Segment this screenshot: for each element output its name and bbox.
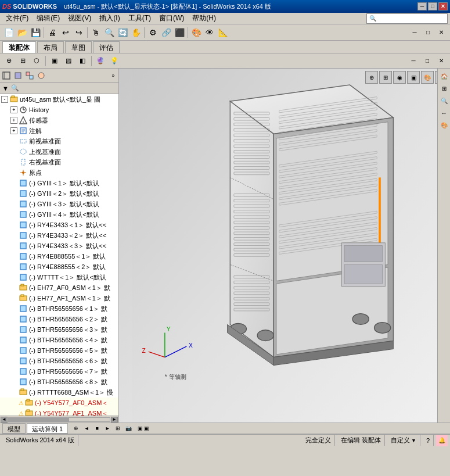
tree-origin[interactable]: 原点 [0, 167, 118, 178]
menu-file[interactable]: 文件(F) [2, 12, 32, 24]
tree-ry3[interactable]: (-) RY4E3433＜3＞ 默认<< [0, 241, 118, 251]
select-btn[interactable]: 🖱 [89, 26, 102, 39]
view1-btn[interactable]: 🎨 [190, 26, 203, 39]
scroll-left[interactable]: ◄ [1, 417, 8, 423]
vp-btn5[interactable]: 🎨 [421, 71, 434, 84]
viewport[interactable]: X Y Z * 等轴测 ⊕ ⊞ ◉ ▣ 🎨 💡 🏠 ⊞ 🔍 ↔ 🎨 [119, 69, 450, 423]
vp-btn3[interactable]: ◉ [393, 71, 406, 84]
tree-right-plane[interactable]: 右视基准面 [0, 157, 118, 167]
annot-expand[interactable]: + [10, 127, 17, 134]
min-panel-btn[interactable]: ─ [408, 26, 421, 39]
section-btn[interactable]: ⬡ [30, 55, 43, 67]
bt-btn6[interactable]: 📷 [124, 424, 133, 433]
max-panel-btn[interactable]: □ [422, 26, 434, 39]
sensor-expand[interactable]: + [10, 117, 17, 124]
help-icon[interactable]: ? [426, 437, 430, 444]
tree-eh77b[interactable]: (-) EH77_AF1_ASM＜1＞ 默 [0, 293, 118, 303]
tree-wt1[interactable]: (-) WTTTT＜1＞ 默认<默认 [0, 272, 118, 282]
open-btn[interactable]: 📂 [16, 26, 28, 39]
menu-help[interactable]: 帮助(H) [189, 12, 219, 24]
zoom-btn[interactable]: 🔍 [103, 26, 116, 39]
tab-sketch[interactable]: 草图 [65, 41, 92, 53]
status-dropdown[interactable]: ▼ [411, 438, 416, 443]
bt-btn4[interactable]: ► [103, 424, 112, 433]
tab-motion[interactable]: 运动算例 1 [27, 423, 68, 434]
view-orient-btn[interactable]: ⊞ [16, 55, 29, 67]
vp-btn4[interactable]: ▣ [407, 71, 420, 84]
rt-btn4[interactable]: ↔ [439, 108, 449, 118]
tree-gy2[interactable]: (-) GYIII＜2＞ 默认<默认 [0, 188, 118, 199]
tab-layout[interactable]: 布局 [37, 41, 64, 53]
menu-edit[interactable]: 编辑(E) [33, 12, 63, 24]
panel-expand-btn[interactable]: » [109, 70, 117, 81]
mate-btn[interactable]: 🔗 [160, 26, 172, 39]
tab-evaluate[interactable]: 评估 [93, 41, 120, 53]
tree-ry1[interactable]: (-) RY4E3433＜1＞ 默认<< [0, 220, 118, 230]
tree-bthr5[interactable]: (-) BTHR56565656＜5＞ 默 [0, 345, 118, 356]
tree-gy4[interactable]: (-) GYIII＜4＞ 默认<默认 [0, 209, 118, 220]
tree-sensor[interactable]: + 传感器 [0, 115, 118, 126]
tree-bthr1[interactable]: (-) BTHR56565656＜1＞ 默 [0, 303, 118, 314]
tree-bthr4[interactable]: (-) BTHR56565656＜4＞ 默 [0, 335, 118, 345]
display1-btn[interactable]: ▣ [48, 55, 61, 67]
tree-bthr6[interactable]: (-) BTHR56565656＜6＞ 默 [0, 356, 118, 366]
tree-ry2[interactable]: (-) RY4E3433＜2＞ 默认<< [0, 230, 118, 241]
scroll-track[interactable] [8, 417, 110, 422]
display2-btn[interactable]: ▨ [62, 55, 75, 67]
tree-gy3[interactable]: (-) GYIII＜3＞ 默认<默认 [0, 199, 118, 209]
status-custom[interactable]: 自定义 ▼ [387, 435, 420, 446]
menu-tools[interactable]: 工具(T) [125, 12, 154, 24]
panel-btn3[interactable] [24, 70, 35, 81]
tree-ry4b1[interactable]: (-) RY4E888555＜1＞ 默认 [0, 251, 118, 262]
pan-btn[interactable]: ✋ [129, 26, 142, 39]
root-expand[interactable]: - [1, 96, 8, 103]
history-expand[interactable]: + [10, 106, 17, 113]
rt-btn1[interactable]: 🏠 [439, 71, 449, 81]
bt-btn5[interactable]: ⊞ [113, 424, 123, 433]
tree-ry4b2[interactable]: (-) RY4E888555＜2＞ 默认 [0, 262, 118, 272]
maximize-button[interactable]: □ [428, 2, 437, 10]
redo-btn[interactable]: ↪ [73, 26, 85, 39]
pattern-btn[interactable]: ⬛ [173, 26, 186, 39]
component-btn[interactable]: ⚙ [146, 26, 159, 39]
menu-window[interactable]: 窗口(W) [156, 12, 188, 24]
h-scrollbar[interactable]: ◄ ► [0, 416, 118, 423]
view2-btn[interactable]: 👁 [203, 26, 216, 39]
menu-insert[interactable]: 插入(I) [96, 12, 123, 24]
new-btn[interactable]: 📄 [2, 26, 15, 39]
tree-front-plane[interactable]: 前视基准面 [0, 136, 118, 146]
close-button[interactable]: ✕ [438, 2, 448, 10]
tree-rttt[interactable]: (-) RTTTT6688_ASM＜1＞ 慢 [0, 387, 118, 398]
render-btn[interactable]: 🔮 [94, 55, 107, 67]
vp-btn2[interactable]: ⊞ [379, 71, 392, 84]
zoom-fit-btn[interactable]: ⊕ [2, 55, 15, 67]
tree-history[interactable]: + History [0, 105, 118, 115]
tab-model[interactable]: 模型 [2, 423, 26, 434]
save-btn[interactable]: 💾 [29, 26, 42, 39]
close-panel-btn[interactable]: ✕ [435, 26, 448, 39]
minimize-button[interactable]: ─ [417, 2, 427, 10]
tree-root[interactable]: - ut45u_asm 默认<默认_显 圕 [0, 94, 118, 105]
tree-top-plane[interactable]: 上视基准面 [0, 146, 118, 157]
rt-btn5[interactable]: 🎨 [439, 120, 449, 130]
print-btn[interactable]: 🖨 [46, 26, 59, 39]
tree-bthr2[interactable]: (-) BTHR56565656＜2＞ 默 [0, 314, 118, 324]
tree-bthr7[interactable]: (-) BTHR56565656＜7＞ 默 [0, 366, 118, 377]
search-button[interactable]: 🔍 [366, 13, 448, 24]
status-help[interactable]: ? [423, 435, 434, 446]
tab-assembly[interactable]: 装配体 [2, 41, 36, 53]
tree-eh77a[interactable]: (-) EH77_AF0_ASM＜1＞ 默 [0, 282, 118, 293]
bt-btn1[interactable]: ⊕ [71, 424, 81, 433]
view3-btn[interactable]: 📐 [217, 26, 229, 39]
panel-btn4[interactable] [36, 70, 46, 81]
light-btn[interactable]: 💡 [108, 55, 121, 67]
bt-btn3[interactable]: ■ [92, 424, 102, 433]
tree-y54b[interactable]: ⚠ (-) Y54Y577_AF1_ASM＜ [0, 408, 118, 416]
rt-btn2[interactable]: ⊞ [439, 83, 449, 94]
scroll-right[interactable]: ► [111, 417, 118, 423]
max2-btn[interactable]: □ [421, 55, 434, 67]
bt-btn2[interactable]: ◄ [82, 424, 91, 433]
scroll-thumb[interactable] [9, 418, 69, 421]
menu-view[interactable]: 视图(V) [64, 12, 95, 24]
tree-bthr3[interactable]: (-) BTHR56565656＜3＞ 默 [0, 324, 118, 335]
